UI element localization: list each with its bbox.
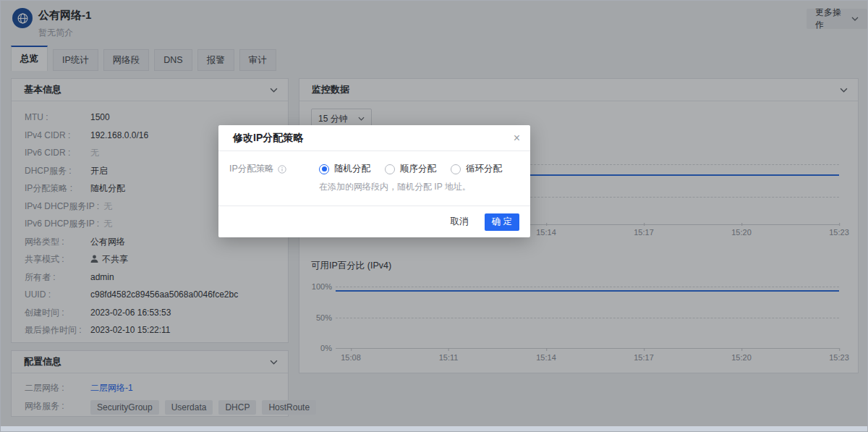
ip-policy-help-text: 在添加的网络段内，随机分配 IP 地址。 bbox=[319, 181, 516, 193]
close-icon[interactable]: × bbox=[514, 132, 520, 144]
info-icon bbox=[278, 165, 286, 174]
dialog-body: IP分配策略 随机分配 顺序分配 循环分配 在添加的网 bbox=[218, 151, 530, 193]
screenshot-root: 公有网络-1 暂无简介 更多操作 总览 IP统计 网络段 DNS 报警 审计 基… bbox=[0, 0, 868, 432]
radio-label: 顺序分配 bbox=[400, 163, 436, 175]
dialog-title: 修改IP分配策略 bbox=[233, 132, 303, 145]
edit-ip-policy-dialog: 修改IP分配策略 × IP分配策略 随机分配 顺序分配 bbox=[218, 125, 530, 237]
radio-sequential-allocation[interactable]: 顺序分配 bbox=[385, 163, 436, 175]
radio-label: 循环分配 bbox=[466, 163, 502, 175]
radio-round-robin-allocation[interactable]: 循环分配 bbox=[451, 163, 502, 175]
dialog-header: 修改IP分配策略 × bbox=[218, 125, 530, 151]
dialog-footer: 取消 确 定 bbox=[218, 206, 530, 237]
field-label-text: IP分配策略 bbox=[229, 163, 274, 175]
cancel-button[interactable]: 取消 bbox=[451, 216, 469, 228]
radio-random-allocation[interactable]: 随机分配 bbox=[319, 163, 370, 175]
radio-selected-icon bbox=[319, 164, 329, 174]
ip-policy-field-label: IP分配策略 bbox=[229, 163, 319, 175]
confirm-button[interactable]: 确 定 bbox=[485, 213, 519, 231]
ip-policy-radio-group: 随机分配 顺序分配 循环分配 bbox=[319, 163, 516, 175]
radio-unselected-icon bbox=[385, 164, 395, 174]
radio-unselected-icon bbox=[451, 164, 461, 174]
radio-label: 随机分配 bbox=[334, 163, 370, 175]
